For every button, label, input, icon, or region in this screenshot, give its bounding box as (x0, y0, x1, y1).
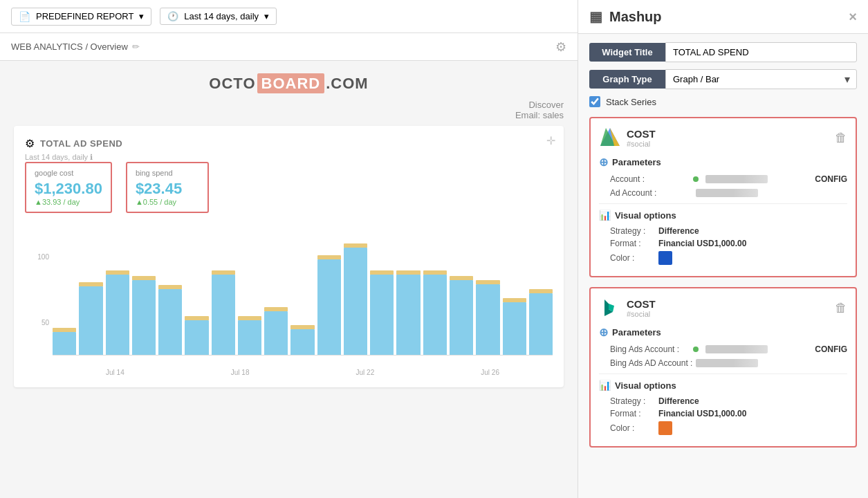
close-button[interactable]: × (849, 9, 857, 25)
bar-group-17 (503, 224, 526, 355)
bar-15 (450, 280, 473, 355)
stack-series-checkbox[interactable] (589, 96, 600, 107)
y-label-100: 100 (37, 253, 49, 261)
chart-y-labels: 100 50 (25, 224, 49, 356)
metric-box-bing: bing spend $23.45 ▲0.55 / day (126, 162, 209, 213)
metric-change-bing: ▲0.55 / day (136, 198, 199, 206)
datasource-name-google: COST (627, 128, 656, 140)
bar-11 (344, 248, 367, 355)
bar-16 (476, 284, 499, 355)
graph-type-select[interactable]: Graph / Bar Graph / Line Graph / Area (665, 69, 857, 89)
right-panel: ▦ Mashup × Widget Title Graph Type Graph… (578, 0, 868, 498)
bar-chart-icon-bing: 📊 (599, 380, 611, 391)
brand-highlight: BOARD (257, 73, 325, 93)
stack-series-row: Stack Series (589, 96, 857, 107)
settings-icon[interactable]: ⚙ (555, 39, 566, 55)
datasource-title-bing: COST #social (599, 297, 656, 319)
metric-value-bing: $23.45 (136, 180, 199, 198)
datasource-header-bing: COST #social 🗑 (599, 297, 847, 319)
strategy-row-google: Strategy : Difference (599, 226, 847, 236)
date-label: Last 14 days, daily (184, 11, 259, 21)
bing-account-value (693, 345, 815, 353)
bar-2 (106, 275, 129, 355)
metric-value-google: $1,230.80 (35, 180, 102, 198)
bar-9 (290, 329, 314, 355)
bing-ad-account-blurred (696, 359, 758, 367)
format-label-google: Format : (610, 239, 658, 248)
visual-options-label-bing: Visual options (615, 380, 676, 391)
bing-ad-account-row: Bing Ads AD Account : (599, 358, 847, 368)
mashup-title: ▦ Mashup (589, 8, 662, 25)
bing-logo (599, 297, 621, 319)
x-label-jul18: Jul 18 (231, 369, 250, 376)
top-bar: 📄 PREDEFINED REPORT ▾ 🕐 Last 14 days, da… (0, 0, 578, 33)
config-link-google[interactable]: CONFIG (815, 174, 847, 184)
bar-top-16 (476, 280, 499, 284)
bar-top-18 (529, 289, 553, 293)
ad-account-value-blurred (696, 189, 758, 197)
format-value-bing: Financial USD1,000.00 (658, 409, 746, 418)
brand-suffix: .COM (326, 75, 368, 92)
format-row-google: Format : Financial USD1,000.00 (599, 239, 847, 248)
date-selector[interactable]: 🕐 Last 14 days, daily ▾ (160, 8, 277, 25)
graph-type-select-wrapper: Graph / Bar Graph / Line Graph / Area ▾ (665, 69, 857, 89)
bing-account-row: Bing Ads Account : CONFIG (599, 344, 847, 354)
bar-group-6 (212, 224, 235, 355)
discover-label: Discover (528, 100, 564, 110)
delete-bing-button[interactable]: 🗑 (835, 301, 847, 315)
format-value-google: Financial USD1,000.00 (658, 239, 746, 248)
edit-icon[interactable]: ✏ (132, 42, 140, 52)
parameters-icon: ⊕ (599, 156, 608, 169)
metrics-row: google cost $1,230.80 ▲33.93 / day bing … (25, 162, 553, 213)
account-value-google (693, 175, 815, 183)
datasource-card-bing: COST #social 🗑 ⊕ Parameters Bing Ads Acc… (589, 287, 857, 448)
bar-group-16 (476, 224, 499, 355)
report-dropdown-arrow: ▾ (139, 11, 144, 21)
left-panel: 📄 PREDEFINED REPORT ▾ 🕐 Last 14 days, da… (0, 0, 578, 498)
visual-options-label-google: Visual options (615, 210, 676, 221)
x-label-jul14: Jul 14 (106, 369, 124, 376)
datasource-card-google: COST #social 🗑 ⊕ Parameters Account : CO… (589, 117, 857, 277)
bar-0 (53, 332, 76, 355)
account-row-google: Account : CONFIG (599, 174, 847, 184)
bar-17 (503, 302, 526, 355)
main-content: OCTOBOARD.COM Discover Email: sales ⚙ TO… (0, 61, 578, 498)
datasource-tag-bing: #social (627, 310, 656, 318)
bar-18 (529, 293, 553, 355)
bing-ad-account-value (693, 359, 847, 367)
metric-label-bing: bing spend (136, 169, 199, 177)
bing-status-dot (693, 347, 699, 352)
bar-6 (212, 275, 235, 355)
report-selector[interactable]: 📄 PREDEFINED REPORT ▾ (11, 8, 151, 26)
discover-section: Discover Email: sales (14, 100, 564, 120)
email-label: Email: sales (515, 110, 564, 120)
bar-group-13 (396, 224, 420, 355)
visual-options-header-google: 📊 Visual options (599, 210, 847, 221)
color-row-bing: Color : (599, 421, 847, 435)
account-label-google: Account : (610, 174, 693, 184)
bar-group-14 (423, 224, 447, 355)
widget-title-input[interactable] (665, 42, 857, 62)
metric-box-google: google cost $1,230.80 ▲33.93 / day (25, 162, 112, 213)
bar-13 (396, 275, 420, 355)
account-status-dot (693, 176, 699, 182)
bar-14 (423, 275, 447, 355)
strategy-value-google: Difference (658, 226, 699, 236)
bar-chart-icon-google: 📊 (599, 210, 611, 221)
breadcrumb: WEB ANALYTICS / Overview ✏ (11, 42, 140, 52)
color-swatch-google[interactable] (658, 251, 672, 265)
graph-type-label: Graph Type (589, 70, 665, 89)
ad-account-row-google: Ad Account : (599, 188, 847, 198)
move-icon[interactable]: ✛ (546, 134, 555, 147)
ad-account-value-google (693, 189, 847, 197)
bar-group-15 (450, 224, 473, 355)
config-link-bing[interactable]: CONFIG (815, 344, 847, 354)
datasource-title-google: COST #social (599, 127, 656, 149)
datasource-name-bing: COST (627, 298, 656, 310)
bar-group-4 (158, 224, 182, 355)
delete-google-button[interactable]: 🗑 (835, 131, 847, 145)
color-swatch-bing[interactable] (658, 421, 672, 435)
strategy-label-bing: Strategy : (610, 396, 658, 406)
brand-prefix: OCTO (209, 75, 255, 92)
datasource-header-google: COST #social 🗑 (599, 127, 847, 149)
